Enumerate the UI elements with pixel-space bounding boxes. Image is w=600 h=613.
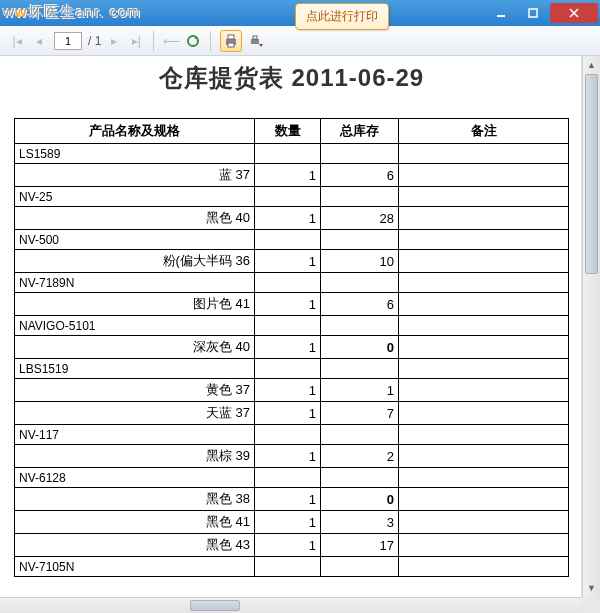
refresh-icon[interactable] <box>184 32 202 50</box>
page-separator: / 1 <box>88 34 101 48</box>
stock-cell: 0 <box>321 488 399 511</box>
horizontal-scrollbar[interactable] <box>0 597 582 613</box>
product-cell: 黑色 38 <box>15 488 255 511</box>
maximize-button[interactable] <box>518 3 548 23</box>
scroll-up-icon[interactable]: ▲ <box>583 56 600 74</box>
col-product: 产品名称及规格 <box>15 119 255 144</box>
stock-cell: 0 <box>321 336 399 359</box>
group-cell: NV-500 <box>15 230 255 250</box>
close-button[interactable] <box>550 3 598 23</box>
table-row: NV-25 <box>15 187 569 207</box>
table-row: 黑棕 3912 <box>15 445 569 468</box>
table-row: 黑色 3810 <box>15 488 569 511</box>
table-row: 蓝 3716 <box>15 164 569 187</box>
table-row: NV-7189N <box>15 273 569 293</box>
group-cell: NV-25 <box>15 187 255 207</box>
qty-cell: 1 <box>255 534 321 557</box>
table-row: 图片色 4116 <box>15 293 569 316</box>
report-viewport: 仓库提货表 2011-06-29 产品名称及规格 数量 总库存 备注 LS158… <box>0 56 582 597</box>
product-cell: 黑色 40 <box>15 207 255 230</box>
prev-page-icon[interactable]: ◂ <box>30 32 48 50</box>
group-cell: NV-7105N <box>15 557 255 577</box>
col-qty: 数量 <box>255 119 321 144</box>
table-row: 黄色 3711 <box>15 379 569 402</box>
hscroll-thumb[interactable] <box>190 600 240 611</box>
last-page-icon[interactable]: ▸| <box>127 32 145 50</box>
table-row: NAVIGO-5101 <box>15 316 569 336</box>
product-cell: 深灰色 40 <box>15 336 255 359</box>
svg-rect-1 <box>529 9 537 17</box>
group-cell: NV-7189N <box>15 273 255 293</box>
table-row: LBS1519 <box>15 359 569 379</box>
table-row: NV-500 <box>15 230 569 250</box>
remark-cell <box>399 293 569 316</box>
product-cell: 图片色 41 <box>15 293 255 316</box>
remark-cell <box>399 379 569 402</box>
divider <box>153 31 154 51</box>
remark-cell <box>399 207 569 230</box>
qty-cell: 1 <box>255 293 321 316</box>
group-cell: NAVIGO-5101 <box>15 316 255 336</box>
svg-rect-0 <box>497 15 505 17</box>
table-row: 粉(偏大半码 36110 <box>15 250 569 273</box>
product-cell: 黑棕 39 <box>15 445 255 468</box>
qty-cell: 1 <box>255 207 321 230</box>
pickup-table: 产品名称及规格 数量 总库存 备注 LS1589蓝 3716NV-25黑色 40… <box>14 118 569 577</box>
table-row: 黑色 40128 <box>15 207 569 230</box>
stock-cell: 1 <box>321 379 399 402</box>
stock-cell: 2 <box>321 445 399 468</box>
remark-cell <box>399 534 569 557</box>
group-cell: NV-117 <box>15 425 255 445</box>
report-page: 仓库提货表 2011-06-29 产品名称及规格 数量 总库存 备注 LS158… <box>0 56 581 577</box>
remark-cell <box>399 336 569 359</box>
scroll-corner <box>582 597 600 613</box>
qty-cell: 1 <box>255 379 321 402</box>
table-row: NV-6128 <box>15 468 569 488</box>
first-page-icon[interactable]: |◂ <box>8 32 26 50</box>
stock-cell: 10 <box>321 250 399 273</box>
vertical-scrollbar[interactable]: ▲ ▼ <box>582 56 600 597</box>
vscroll-thumb[interactable] <box>585 74 598 274</box>
table-row: 深灰色 4010 <box>15 336 569 359</box>
remark-cell <box>399 164 569 187</box>
group-cell: LS1589 <box>15 144 255 164</box>
svg-rect-5 <box>228 43 234 47</box>
product-cell: 粉(偏大半码 36 <box>15 250 255 273</box>
group-cell: NV-6128 <box>15 468 255 488</box>
remark-cell <box>399 402 569 425</box>
qty-cell: 1 <box>255 488 321 511</box>
stock-cell: 6 <box>321 164 399 187</box>
print-dropdown-icon[interactable] <box>247 32 265 50</box>
print-button[interactable] <box>220 30 242 52</box>
stock-cell: 3 <box>321 511 399 534</box>
stock-cell: 7 <box>321 402 399 425</box>
stock-cell: 17 <box>321 534 399 557</box>
remark-cell <box>399 488 569 511</box>
qty-cell: 1 <box>255 336 321 359</box>
scroll-down-icon[interactable]: ▼ <box>583 579 600 597</box>
svg-rect-4 <box>228 35 234 39</box>
stock-cell: 6 <box>321 293 399 316</box>
remark-cell <box>399 511 569 534</box>
product-cell: 黄色 37 <box>15 379 255 402</box>
next-page-icon[interactable]: ▸ <box>105 32 123 50</box>
table-row: NV-117 <box>15 425 569 445</box>
page-input[interactable] <box>54 32 82 50</box>
table-row: 黑色 4113 <box>15 511 569 534</box>
col-stock: 总库存 <box>321 119 399 144</box>
qty-cell: 1 <box>255 511 321 534</box>
minimize-button[interactable] <box>486 3 516 23</box>
remark-cell <box>399 250 569 273</box>
toolbar: |◂ ◂ / 1 ▸ ▸| ⟵ <box>0 26 600 56</box>
product-cell: 天蓝 37 <box>15 402 255 425</box>
qty-cell: 1 <box>255 402 321 425</box>
group-cell: LBS1519 <box>15 359 255 379</box>
document-title: 仓库提货表 2011-06-29 <box>14 62 569 94</box>
back-icon[interactable]: ⟵ <box>162 32 180 50</box>
watermark: ww坏医生anr. com <box>3 3 141 22</box>
total-pages: 1 <box>95 34 102 48</box>
col-remark: 备注 <box>399 119 569 144</box>
table-row: LS1589 <box>15 144 569 164</box>
product-cell: 黑色 43 <box>15 534 255 557</box>
print-tooltip: 点此进行打印 <box>295 3 389 30</box>
